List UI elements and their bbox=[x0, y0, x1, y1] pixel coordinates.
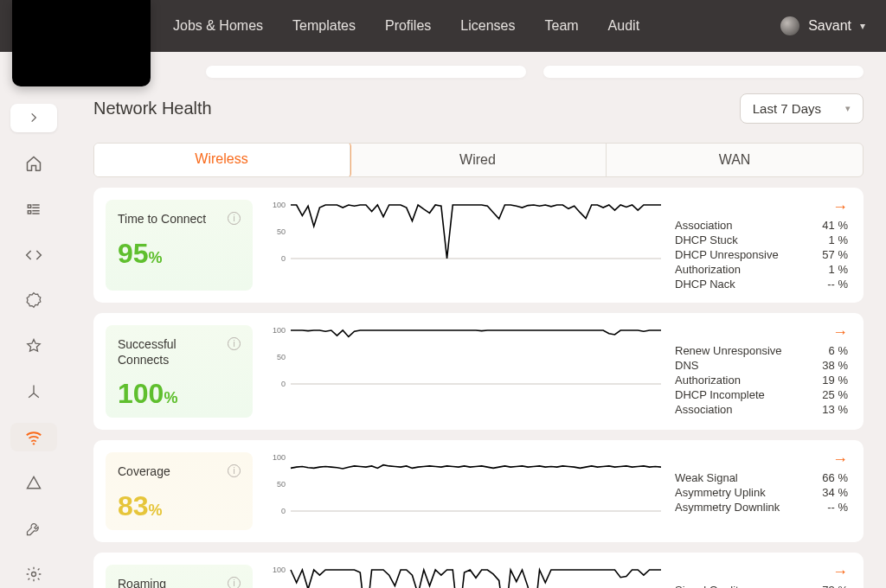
rail-code[interactable] bbox=[10, 240, 57, 269]
timerange-select[interactable]: Last 7 Days ▾ bbox=[740, 93, 864, 124]
breakdown-row: Weak Signal66 % bbox=[675, 471, 848, 484]
breakdown-list: Signal Quality73 %Signal Quality Roam27 … bbox=[675, 565, 848, 589]
details-arrow[interactable]: → bbox=[832, 451, 848, 469]
breakdown-value: 25 % bbox=[822, 388, 848, 401]
breakdown-label: Asymmetry Uplink bbox=[675, 486, 766, 499]
breakdown-label: Signal Quality bbox=[675, 584, 744, 589]
spark-zone: 050100 bbox=[268, 565, 675, 589]
side-rail bbox=[0, 52, 67, 588]
breakdown-label: Authorization bbox=[675, 263, 741, 276]
breakdown-value: 1 % bbox=[829, 263, 848, 276]
kpi-label: Coverage bbox=[118, 464, 170, 480]
kpi-value: 83% bbox=[118, 492, 241, 520]
metric-card: Successful Connects i 100% 050100 Renew … bbox=[93, 313, 864, 430]
rail-settings[interactable] bbox=[10, 559, 57, 588]
kpi-label: Successful Connects bbox=[118, 337, 228, 368]
breakdown-value: 13 % bbox=[822, 403, 848, 416]
breakdown-label: DHCP Stuck bbox=[675, 233, 738, 246]
breakdown-value: 41 % bbox=[822, 219, 848, 232]
breakdown-row: Asymmetry Downlink-- % bbox=[675, 501, 848, 514]
spark-zone: 050100 bbox=[268, 200, 675, 291]
metric-card: Time to Connect i 95% 050100 Association… bbox=[93, 188, 864, 303]
info-icon[interactable]: i bbox=[228, 212, 241, 225]
rail-alert[interactable] bbox=[10, 469, 57, 497]
user-name: Savant bbox=[808, 18, 851, 34]
rail-list[interactable] bbox=[10, 195, 57, 223]
breakdown-value: 38 % bbox=[822, 359, 848, 372]
details-arrow[interactable]: → bbox=[832, 563, 848, 581]
list-icon bbox=[25, 201, 42, 218]
breakdown-row: DHCP Nack-- % bbox=[675, 278, 848, 291]
breakdown-value: 66 % bbox=[822, 471, 848, 484]
rail-tools[interactable] bbox=[10, 514, 57, 543]
kpi-box: Successful Connects i 100% bbox=[106, 325, 253, 418]
kpi-box: Roaming i 90% bbox=[106, 565, 253, 589]
svg-text:50: 50 bbox=[277, 227, 286, 236]
rail-star[interactable] bbox=[10, 332, 57, 361]
nav-items: Jobs & Homes Templates Profiles Licenses… bbox=[173, 18, 639, 34]
brand-logo bbox=[12, 0, 151, 86]
breakdown-label: Asymmetry Downlink bbox=[675, 501, 780, 514]
breakdown-label: DHCP Incomplete bbox=[675, 388, 765, 401]
rail-badge[interactable] bbox=[10, 286, 57, 315]
breakdown-value: -- % bbox=[827, 501, 848, 514]
breakdown-label: DHCP Unresponsive bbox=[675, 248, 779, 261]
nav-templates[interactable]: Templates bbox=[292, 18, 356, 34]
breakdown-row: DHCP Stuck1 % bbox=[675, 233, 848, 246]
breakdown-value: 1 % bbox=[829, 233, 848, 246]
spark-zone: 050100 bbox=[268, 325, 675, 418]
wifi-icon bbox=[24, 428, 43, 447]
svg-text:100: 100 bbox=[273, 566, 286, 574]
breakdown-list: Weak Signal66 %Asymmetry Uplink34 %Asymm… bbox=[675, 452, 848, 530]
svg-text:100: 100 bbox=[273, 453, 286, 462]
breakdown-value: 34 % bbox=[822, 486, 848, 499]
rail-home[interactable] bbox=[10, 150, 57, 178]
star-icon bbox=[25, 337, 42, 355]
breakdown-row: Renew Unresponsive6 % bbox=[675, 344, 848, 357]
sparkline-chart: 050100 bbox=[268, 200, 666, 264]
details-arrow[interactable]: → bbox=[832, 198, 848, 216]
metrics-list: Time to Connect i 95% 050100 Association… bbox=[93, 188, 864, 588]
rail-network[interactable] bbox=[10, 377, 57, 406]
rail-expand[interactable] bbox=[10, 104, 57, 132]
info-icon[interactable]: i bbox=[228, 464, 241, 477]
chevron-right-icon bbox=[28, 112, 40, 124]
breakdown-list: Association41 %DHCP Stuck1 %DHCP Unrespo… bbox=[675, 200, 848, 291]
sparkline-chart: 050100 bbox=[268, 325, 666, 389]
breakdown-label: Association bbox=[675, 219, 732, 232]
user-menu[interactable]: Savant ▾ bbox=[780, 16, 865, 35]
tab-wired[interactable]: Wired bbox=[350, 144, 607, 176]
svg-text:50: 50 bbox=[277, 353, 286, 361]
nav-profiles[interactable]: Profiles bbox=[385, 18, 431, 34]
breakdown-row: DHCP Unresponsive57 % bbox=[675, 248, 848, 261]
network-icon bbox=[25, 383, 42, 400]
triangle-icon bbox=[25, 474, 42, 491]
breakdown-row: Authorization1 % bbox=[675, 263, 848, 276]
timerange-label: Last 7 Days bbox=[753, 101, 821, 116]
spark-zone: 050100 bbox=[268, 452, 675, 530]
sparkline-chart: 050100 bbox=[268, 565, 666, 589]
nav-team[interactable]: Team bbox=[544, 18, 578, 34]
svg-text:50: 50 bbox=[277, 480, 286, 489]
nav-audit[interactable]: Audit bbox=[608, 18, 639, 34]
metric-card: Roaming i 90% 050100 Signal Quality73 %S… bbox=[93, 553, 864, 589]
kpi-label: Time to Connect bbox=[118, 212, 206, 227]
breakdown-row: Asymmetry Uplink34 % bbox=[675, 486, 848, 499]
rail-wifi[interactable] bbox=[10, 423, 57, 451]
nav-licenses[interactable]: Licenses bbox=[460, 18, 515, 34]
info-icon[interactable]: i bbox=[228, 577, 241, 589]
tab-row: Wireless Wired WAN bbox=[93, 143, 864, 177]
tab-wireless[interactable]: Wireless bbox=[93, 143, 350, 177]
avatar bbox=[780, 16, 799, 35]
kpi-box: Coverage i 83% bbox=[106, 452, 253, 530]
kpi-value: 100% bbox=[118, 380, 241, 407]
kpi-label: Roaming bbox=[118, 577, 166, 589]
sparkline-chart: 050100 bbox=[268, 452, 666, 516]
chevron-down-icon: ▾ bbox=[860, 20, 865, 32]
details-arrow[interactable]: → bbox=[832, 323, 848, 342]
nav-jobs-homes[interactable]: Jobs & Homes bbox=[173, 18, 263, 34]
svg-point-1 bbox=[32, 572, 36, 576]
svg-text:0: 0 bbox=[281, 507, 286, 515]
tab-wan[interactable]: WAN bbox=[607, 144, 863, 176]
info-icon[interactable]: i bbox=[228, 337, 241, 350]
